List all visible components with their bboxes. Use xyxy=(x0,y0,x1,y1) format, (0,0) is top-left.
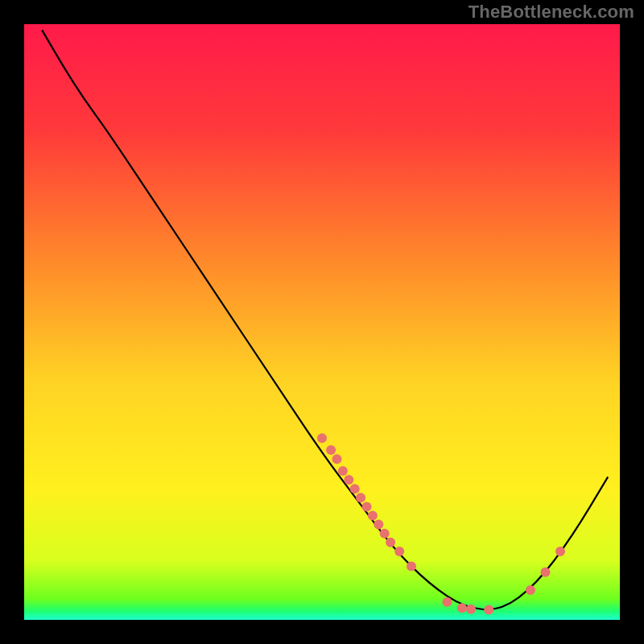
curve-marker xyxy=(555,547,565,556)
curve-marker xyxy=(344,475,353,485)
curve-marker xyxy=(407,561,416,571)
plot-background xyxy=(24,24,620,620)
curve-marker xyxy=(338,466,348,476)
curve-marker xyxy=(526,585,535,595)
curve-marker xyxy=(326,445,336,455)
curve-marker xyxy=(350,484,360,493)
curve-marker xyxy=(368,511,378,521)
curve-marker xyxy=(317,433,327,443)
curve-marker xyxy=(457,603,467,613)
curve-marker xyxy=(442,597,452,607)
curve-marker xyxy=(466,605,476,614)
curve-marker xyxy=(362,502,372,511)
watermark-text: TheBottleneck.com xyxy=(469,2,634,23)
curve-marker xyxy=(356,493,365,502)
curve-marker xyxy=(394,547,404,556)
curve-marker xyxy=(541,568,551,577)
curve-marker xyxy=(332,454,342,464)
curve-marker xyxy=(386,538,395,547)
curve-marker xyxy=(484,605,493,614)
curve-marker xyxy=(374,520,383,530)
bottleneck-chart xyxy=(0,0,644,644)
curve-marker xyxy=(380,529,390,539)
